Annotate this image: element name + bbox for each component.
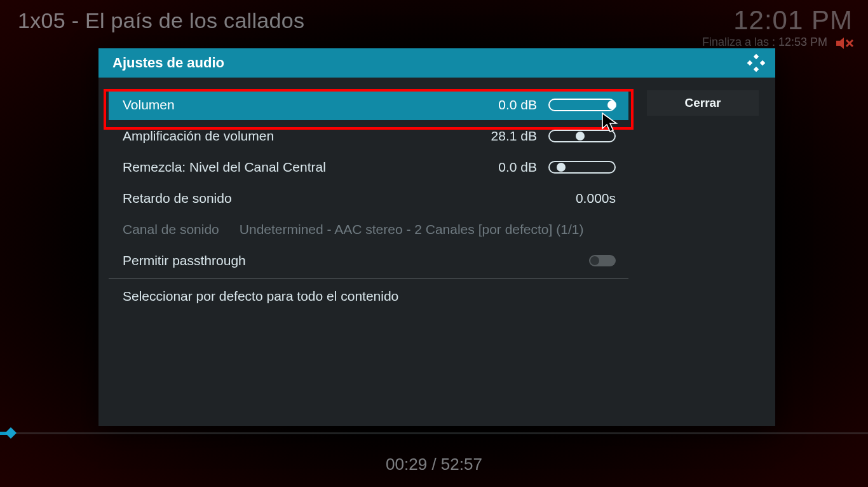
- playback-time: 00:29 / 52:57: [0, 455, 868, 474]
- svg-rect-4: [754, 67, 759, 72]
- dialog-header: Ajustes de audio: [98, 48, 775, 78]
- setting-audio-channel: Canal de sonido Undetermined - AAC stere…: [109, 214, 628, 245]
- setting-label: Remezcla: Nivel del Canal Central: [123, 160, 498, 175]
- setting-label: Permitir passthrough: [123, 253, 589, 268]
- setting-set-default[interactable]: Seleccionar por defecto para todo el con…: [109, 280, 628, 312]
- passthrough-toggle[interactable]: [589, 255, 616, 266]
- setting-label: Retardo de sonido: [123, 191, 576, 206]
- setting-delay[interactable]: Retardo de sonido 0.000s: [109, 182, 628, 214]
- mute-icon: [836, 37, 857, 50]
- clock: 12:01 PM: [733, 5, 853, 36]
- dialog-title: Ajustes de audio: [112, 55, 224, 71]
- setting-label: Amplificación de volumen: [123, 128, 491, 144]
- svg-rect-5: [747, 60, 752, 65]
- setting-passthrough[interactable]: Permitir passthrough: [109, 245, 628, 276]
- svg-marker-8: [5, 427, 17, 439]
- player-title: 1x05 - El país de los callados: [18, 8, 304, 33]
- downmix-slider[interactable]: [548, 161, 616, 174]
- progress-knob-icon[interactable]: [5, 427, 17, 439]
- setting-label: Volumen: [123, 97, 498, 113]
- setting-label: Canal de sonido: [123, 222, 219, 237]
- setting-volume[interactable]: Volumen 0.0 dB: [109, 89, 628, 120]
- audio-settings-dialog: Ajustes de audio Volumen 0.0 dB Amplific…: [98, 48, 775, 426]
- volume-slider[interactable]: [548, 99, 616, 111]
- svg-rect-3: [754, 54, 759, 59]
- kodi-logo-icon: [747, 54, 765, 72]
- amplification-slider[interactable]: [548, 130, 616, 142]
- svg-marker-0: [836, 38, 844, 49]
- setting-value: Undetermined - AAC stereo - 2 Canales [p…: [240, 222, 616, 237]
- setting-label: Seleccionar por defecto para todo el con…: [123, 289, 616, 304]
- svg-rect-6: [760, 60, 765, 65]
- settings-list: Volumen 0.0 dB Amplificación de volumen …: [109, 89, 628, 312]
- setting-amplification[interactable]: Amplificación de volumen 28.1 dB: [109, 120, 628, 151]
- ends-at-label: Finaliza a las : 12:53 PM: [702, 36, 827, 49]
- divider: [109, 278, 628, 279]
- close-button[interactable]: Cerrar: [647, 90, 759, 116]
- setting-value: 28.1 dB: [491, 128, 537, 144]
- setting-value: 0.0 dB: [498, 97, 537, 113]
- setting-downmix[interactable]: Remezcla: Nivel del Canal Central 0.0 dB: [109, 151, 628, 182]
- progress-bar[interactable]: [0, 432, 868, 434]
- setting-value: 0.000s: [576, 191, 616, 206]
- setting-value: 0.0 dB: [498, 160, 537, 175]
